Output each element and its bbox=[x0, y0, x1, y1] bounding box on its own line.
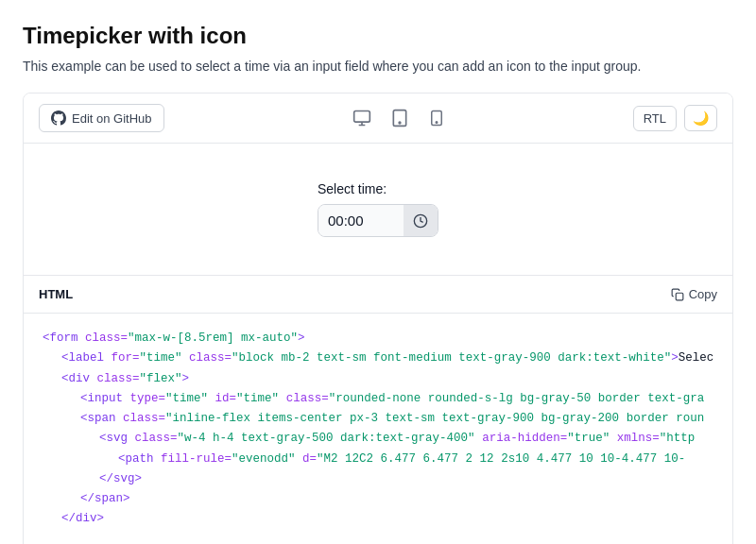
timepicker-input-group bbox=[318, 204, 438, 237]
mobile-view-button[interactable] bbox=[422, 103, 451, 133]
desktop-view-button[interactable] bbox=[347, 103, 377, 133]
toolbar-left: Edit on GitHub bbox=[39, 104, 164, 132]
code-line: </div> bbox=[43, 509, 713, 529]
code-header: HTML Copy bbox=[24, 276, 732, 314]
github-icon bbox=[51, 110, 66, 126]
svg-point-2 bbox=[399, 122, 401, 124]
timepicker-input[interactable] bbox=[318, 205, 404, 236]
toolbar-center bbox=[347, 103, 451, 133]
tablet-icon bbox=[390, 109, 409, 128]
svg-rect-0 bbox=[353, 111, 369, 123]
moon-icon: 🌙 bbox=[693, 110, 709, 126]
code-line: </svg> bbox=[43, 469, 713, 489]
svg-rect-6 bbox=[676, 293, 683, 300]
dark-mode-button[interactable]: 🌙 bbox=[684, 105, 717, 131]
code-block: <form class="max-w-[8.5rem] mx-auto"> <l… bbox=[24, 314, 732, 544]
mobile-icon bbox=[428, 109, 445, 128]
code-line: <div class="flex"> bbox=[43, 369, 713, 389]
copy-label: Copy bbox=[689, 287, 717, 301]
svg-point-4 bbox=[436, 122, 438, 124]
demo-preview: Select time: bbox=[24, 144, 732, 276]
desktop-icon bbox=[352, 109, 371, 128]
tablet-view-button[interactable] bbox=[385, 103, 415, 133]
rtl-button[interactable]: RTL bbox=[633, 106, 677, 131]
demo-toolbar: Edit on GitHub bbox=[24, 94, 732, 144]
toolbar-right: RTL 🌙 bbox=[633, 105, 717, 131]
timepicker-label: Select time: bbox=[318, 181, 387, 196]
code-line: <span class="inline-flex items-center px… bbox=[43, 409, 713, 429]
code-line: <path fill-rule="evenodd" d="M2 12C2 6.4… bbox=[43, 450, 713, 469]
code-line: </span> bbox=[43, 489, 713, 509]
clock-icon bbox=[413, 213, 428, 229]
copy-button[interactable]: Copy bbox=[671, 287, 717, 301]
code-line: <input type="time" id="time" class="roun… bbox=[43, 389, 713, 409]
code-line: <label for="time" class="block mb-2 text… bbox=[43, 348, 713, 368]
code-line: <svg class="w-4 h-4 text-gray-500 dark:t… bbox=[43, 429, 713, 449]
github-button[interactable]: Edit on GitHub bbox=[39, 104, 164, 132]
code-line: <form class="max-w-[8.5rem] mx-auto"> bbox=[43, 329, 713, 348]
page-title: Timepicker with icon bbox=[23, 23, 733, 49]
page-description: This example can be used to select a tim… bbox=[23, 59, 733, 74]
copy-icon bbox=[671, 288, 684, 301]
timepicker-icon-button[interactable] bbox=[404, 205, 438, 236]
github-button-label: Edit on GitHub bbox=[72, 111, 152, 126]
html-tab[interactable]: HTML bbox=[39, 283, 73, 305]
demo-container: Edit on GitHub bbox=[23, 93, 733, 544]
timepicker-wrapper: Select time: bbox=[318, 181, 438, 237]
